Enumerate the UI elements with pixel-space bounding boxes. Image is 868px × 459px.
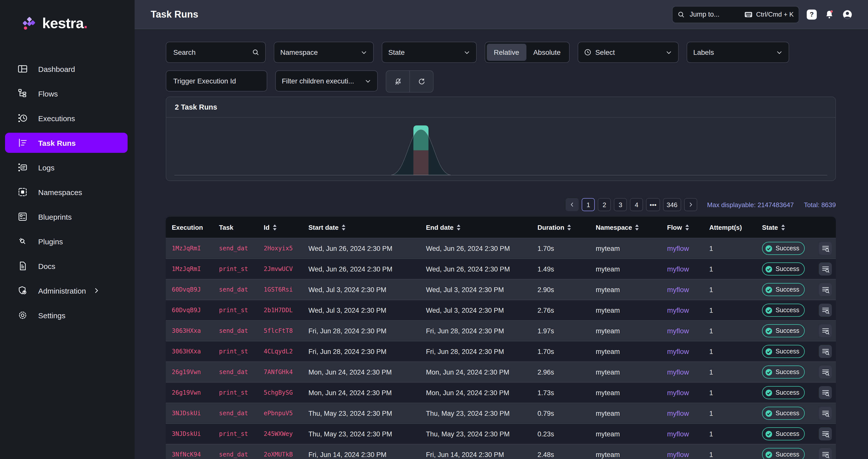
table-row[interactable]: 1MzJqRmIprint_st2JmvwUCVWed, Jun 26, 202… bbox=[166, 258, 836, 279]
flow-link[interactable]: myflow bbox=[661, 238, 703, 258]
flow-link[interactable]: myflow bbox=[661, 424, 703, 444]
view-logs-button[interactable] bbox=[819, 366, 832, 378]
taskrun-id-link[interactable]: 1GST6Rsi bbox=[258, 280, 302, 299]
page-button-3[interactable]: 3 bbox=[614, 198, 627, 211]
trigger-execution-id-input[interactable] bbox=[172, 77, 261, 85]
taskrun-id-link[interactable]: ePbnpuV5 bbox=[258, 403, 302, 423]
flow-link[interactable]: myflow bbox=[661, 280, 703, 299]
table-row[interactable]: 3063HXxasend_dat5flcFtT8Fri, Jun 28, 202… bbox=[166, 320, 836, 341]
execution-id-link[interactable]: 26g19Vwn bbox=[166, 382, 213, 403]
sidebar-item-docs[interactable]: Docs bbox=[5, 256, 128, 276]
table-row[interactable]: 1MzJqRmIsend_dat2Hoxyix5Wed, Jun 26, 202… bbox=[166, 238, 836, 258]
column-header-namespace[interactable]: Namespace bbox=[590, 217, 661, 238]
view-logs-button[interactable] bbox=[819, 407, 832, 420]
page-button-4[interactable]: 4 bbox=[630, 198, 643, 211]
column-header-id[interactable]: Id bbox=[258, 217, 302, 238]
notifications-bell-icon[interactable] bbox=[824, 9, 834, 19]
taskrun-id-link[interactable]: 2oXMUTkB bbox=[258, 444, 302, 459]
flow-link[interactable]: myflow bbox=[661, 300, 703, 320]
column-header-start-date[interactable]: Start date bbox=[302, 217, 420, 238]
filter-children-select[interactable]: Filter children executi... bbox=[275, 70, 378, 91]
table-row[interactable]: 3NfNcK94send_dat2oXMUTkBFri, Jun 14, 202… bbox=[166, 444, 836, 459]
execution-id-link[interactable]: 3063HXxa bbox=[166, 321, 213, 341]
sidebar-item-executions[interactable]: Executions bbox=[5, 108, 128, 128]
sidebar-item-logs[interactable]: Logs bbox=[5, 157, 128, 177]
view-logs-button[interactable] bbox=[819, 262, 832, 276]
taskrun-id-link[interactable]: 2Hoxyix5 bbox=[258, 238, 302, 258]
view-logs-button[interactable] bbox=[819, 324, 832, 337]
flow-link[interactable]: myflow bbox=[661, 403, 703, 423]
table-row[interactable]: 60DvqB9Jprint_st2b1H7DDLWed, Jul 3, 2024… bbox=[166, 299, 836, 320]
page-button-1[interactable]: 1 bbox=[582, 198, 595, 211]
taskrun-id-link[interactable]: 7ANfGHk4 bbox=[258, 362, 302, 382]
taskrun-id-link[interactable]: 4CLqydL2 bbox=[258, 341, 302, 362]
execution-id-link[interactable]: 3NJDskUi bbox=[166, 424, 213, 444]
sidebar-item-plugins[interactable]: Plugins bbox=[5, 231, 128, 251]
relative-toggle-option[interactable]: Relative bbox=[487, 44, 526, 61]
column-header-end-date[interactable]: End date bbox=[420, 217, 531, 238]
table-row[interactable]: 26g19Vwnsend_dat7ANfGHk4Mon, Jun 24, 202… bbox=[166, 362, 836, 382]
table-row[interactable]: 3NJDskUisend_datePbnpuV5Thu, May 23, 202… bbox=[166, 403, 836, 423]
help-button[interactable]: ? bbox=[807, 9, 817, 19]
view-logs-button[interactable] bbox=[819, 345, 832, 358]
execution-id-link[interactable]: 1MzJqRmI bbox=[166, 259, 213, 279]
page-ellipsis-button[interactable]: ••• bbox=[646, 198, 660, 211]
flow-link[interactable]: myflow bbox=[661, 321, 703, 341]
next-page-button[interactable] bbox=[684, 198, 697, 211]
view-logs-button[interactable] bbox=[819, 283, 832, 296]
view-logs-button[interactable] bbox=[819, 386, 832, 399]
view-logs-button[interactable] bbox=[819, 304, 832, 317]
execution-id-link[interactable]: 3NfNcK94 bbox=[166, 444, 213, 459]
trigger-execution-id-filter[interactable] bbox=[166, 70, 267, 91]
column-header-flow[interactable]: Flow bbox=[661, 217, 703, 238]
execution-id-link[interactable]: 60DvqB9J bbox=[166, 280, 213, 299]
taskruns-chart[interactable] bbox=[166, 118, 835, 181]
search-filter-input[interactable] bbox=[172, 48, 252, 57]
taskrun-id-link[interactable]: 5flcFtT8 bbox=[258, 321, 302, 341]
execution-id-link[interactable]: 3NJDskUi bbox=[166, 403, 213, 423]
kestra-logo[interactable]: kestra. bbox=[0, 0, 135, 32]
page-button-346[interactable]: 346 bbox=[663, 198, 681, 211]
time-range-select[interactable]: Select bbox=[578, 42, 679, 63]
table-row[interactable]: 60DvqB9Jsend_dat1GST6RsiWed, Jul 3, 2024… bbox=[166, 279, 836, 299]
user-account-icon[interactable] bbox=[842, 9, 853, 20]
column-header-state[interactable]: State bbox=[756, 217, 836, 238]
view-logs-button[interactable] bbox=[819, 448, 832, 459]
flow-link[interactable]: myflow bbox=[661, 341, 703, 362]
mute-notifications-button[interactable] bbox=[386, 71, 409, 92]
sidebar-item-settings[interactable]: Settings bbox=[5, 305, 128, 325]
prev-page-button[interactable] bbox=[566, 198, 579, 211]
execution-id-link[interactable]: 26g19Vwn bbox=[166, 362, 213, 382]
page-button-2[interactable]: 2 bbox=[598, 198, 611, 211]
taskrun-id-link[interactable]: 245WXWey bbox=[258, 424, 302, 444]
sidebar-item-namespaces[interactable]: Namespaces bbox=[5, 182, 128, 202]
sidebar-item-administration[interactable]: Administration bbox=[5, 281, 128, 300]
taskrun-id-link[interactable]: 5chgBySG bbox=[258, 382, 302, 403]
execution-id-link[interactable]: 60DvqB9J bbox=[166, 300, 213, 320]
taskrun-id-link[interactable]: 2b1H7DDL bbox=[258, 300, 302, 320]
sidebar-item-task-runs[interactable]: Task Runs bbox=[5, 133, 128, 153]
flow-link[interactable]: myflow bbox=[661, 362, 703, 382]
state-filter-select[interactable]: State bbox=[382, 42, 477, 63]
flow-link[interactable]: myflow bbox=[661, 382, 703, 403]
view-logs-button[interactable] bbox=[819, 242, 832, 255]
execution-id-link[interactable]: 1MzJqRmI bbox=[166, 238, 213, 258]
sidebar-item-flows[interactable]: Flows bbox=[5, 83, 128, 104]
taskrun-id-link[interactable]: 2JmvwUCV bbox=[258, 259, 302, 279]
table-row[interactable]: 3063HXxaprint_st4CLqydL2Fri, Jun 28, 202… bbox=[166, 341, 836, 362]
sidebar-item-dashboard[interactable]: Dashboard bbox=[5, 59, 128, 79]
column-header-duration[interactable]: Duration bbox=[531, 217, 590, 238]
sidebar-item-blueprints[interactable]: Blueprints bbox=[5, 207, 128, 227]
table-row[interactable]: 3NJDskUiprint_st245WXWeyThu, May 23, 202… bbox=[166, 423, 836, 444]
labels-filter-select[interactable]: Labels bbox=[687, 42, 789, 63]
namespace-filter-select[interactable]: Namespace bbox=[274, 42, 374, 63]
flow-link[interactable]: myflow bbox=[661, 444, 703, 459]
jump-to-search[interactable]: Ctrl/Cmd + K bbox=[672, 6, 799, 23]
search-filter[interactable] bbox=[166, 42, 266, 63]
flow-link[interactable]: myflow bbox=[661, 259, 703, 279]
jump-to-input[interactable] bbox=[689, 10, 736, 19]
table-row[interactable]: 26g19Vwnprint_st5chgBySGMon, Jun 24, 202… bbox=[166, 382, 836, 403]
absolute-toggle-option[interactable]: Absolute bbox=[526, 44, 568, 61]
execution-id-link[interactable]: 3063HXxa bbox=[166, 341, 213, 362]
refresh-button[interactable] bbox=[409, 71, 433, 92]
